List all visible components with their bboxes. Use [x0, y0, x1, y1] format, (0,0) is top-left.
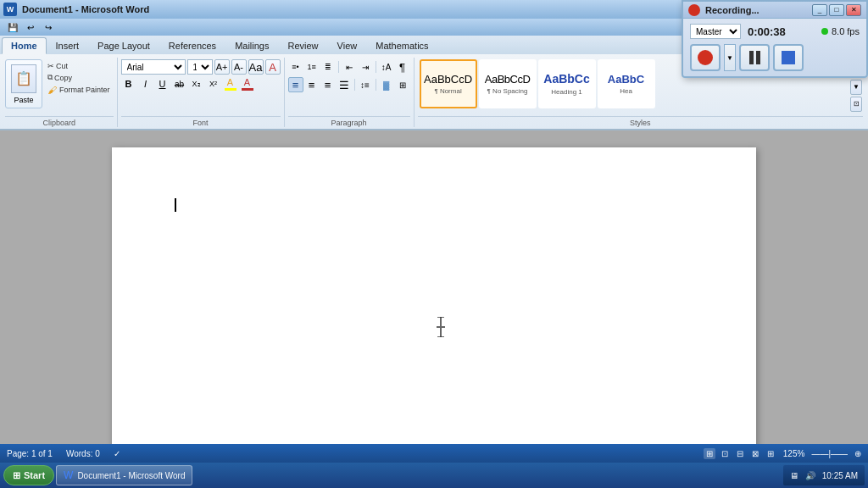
style-no-spacing[interactable]: AaBbCcD ¶ No Spacing — [479, 59, 537, 108]
font-grow-button[interactable]: A+ — [214, 59, 230, 75]
paste-button[interactable]: 📋 Paste — [5, 59, 42, 108]
tab-mathematics[interactable]: Mathematics — [366, 37, 437, 54]
recording-widget: Recording... _ □ ✕ Master 0:00:38 — [682, 0, 868, 78]
recording-minimize[interactable]: _ — [812, 4, 827, 16]
sort-button[interactable]: ↕A — [379, 59, 394, 75]
divider4 — [376, 79, 376, 91]
status-bar-left: Page: 1 of 1 Words: 0 ✓ — [7, 449, 120, 458]
font-content: Arial 11 A+ A- Aa A B I U ab — [121, 58, 281, 116]
clear-formatting-button[interactable]: A — [265, 59, 281, 75]
divider2 — [376, 61, 376, 73]
font-group: Arial 11 A+ A- Aa A B I U ab — [118, 58, 285, 127]
network-icon: 🖥 — [790, 471, 798, 480]
styles-more-button[interactable]: ⊡ — [850, 97, 862, 112]
style-h1-label: Heading 1 — [551, 88, 581, 96]
tab-page-layout[interactable]: Page Layout — [88, 37, 159, 54]
decrease-indent-button[interactable]: ⇤ — [342, 59, 357, 75]
zoom-slider[interactable]: ——|—— — [811, 449, 848, 458]
borders-button[interactable]: ⊞ — [395, 77, 410, 92]
paragraph-group: ≡• 1≡ ≣ ⇤ ⇥ ↕A ¶ ≡ ≡ ≡ ☰ — [285, 58, 415, 127]
style-normal[interactable]: AaBbCcD ¶ Normal — [420, 59, 477, 108]
font-label: Font — [121, 116, 281, 127]
tab-home[interactable]: Home — [2, 37, 47, 54]
multilevel-button[interactable]: ≣ — [320, 59, 336, 75]
zoom-icon[interactable]: ⊕ — [854, 449, 861, 458]
document-area[interactable] — [0, 130, 868, 444]
word-taskbar-button[interactable]: W Document1 - Microsoft Word — [56, 465, 192, 485]
tab-review[interactable]: Review — [278, 37, 327, 54]
line-spacing-button[interactable]: ↕≡ — [358, 77, 373, 92]
shading-button[interactable]: ▓ — [379, 77, 394, 92]
tab-references[interactable]: References — [159, 37, 225, 54]
italic-button[interactable]: I — [138, 76, 153, 92]
recording-stop-button[interactable] — [773, 44, 804, 71]
recording-icon — [688, 4, 700, 16]
recording-maximize[interactable]: □ — [829, 4, 844, 16]
paragraph-row2: ≡ ≡ ≡ ☰ ↕≡ ▓ ⊞ — [288, 77, 410, 92]
status-bar: Page: 1 of 1 Words: 0 ✓ ⊞ ⊡ ⊟ ⊠ ⊞ 125% —… — [0, 444, 868, 463]
styles-scroll-down[interactable]: ▼ — [850, 80, 862, 95]
copy-button[interactable]: ⧉ Copy — [44, 72, 114, 83]
pause-bar-left — [749, 51, 754, 64]
align-right-button[interactable]: ≡ — [320, 77, 336, 92]
recording-record-button[interactable] — [690, 44, 721, 71]
recording-quality-select[interactable]: Master — [690, 24, 741, 39]
stop-square-icon — [782, 51, 795, 64]
font-color-indicator — [242, 88, 253, 91]
highlight-button[interactable]: A — [223, 76, 238, 92]
cut-button[interactable]: ✂ Cut — [44, 61, 114, 71]
clipboard-content: 📋 Paste ✂ Cut ⧉ Copy 🖌 — [5, 58, 114, 116]
font-size-select[interactable]: 11 — [187, 59, 213, 75]
undo-quick-btn[interactable]: ↩ — [23, 20, 38, 34]
clipboard-small-buttons: ✂ Cut ⧉ Copy 🖌 Format Painter — [44, 59, 114, 108]
subscript-button[interactable]: X₂ — [189, 76, 204, 92]
recording-title-text: Recording... — [705, 5, 760, 15]
style-heading2[interactable]: AaBbC Hea — [598, 59, 655, 108]
text-cursor — [175, 198, 176, 212]
recording-quality-row: Master 0:00:38 — [690, 24, 786, 39]
pause-bar-right — [756, 51, 760, 64]
show-marks-button[interactable]: ¶ — [395, 59, 410, 75]
document-page[interactable] — [112, 147, 756, 444]
record-circle-icon — [698, 50, 713, 65]
format-painter-button[interactable]: 🖌 Format Painter — [44, 84, 114, 96]
clock: 10:25 AM — [822, 471, 858, 480]
redo-quick-btn[interactable]: ↪ — [41, 20, 56, 34]
paragraph-label: Paragraph — [288, 116, 410, 127]
tab-mailings[interactable]: Mailings — [225, 37, 278, 54]
status-bar-right: ⊞ ⊡ ⊟ ⊠ ⊞ 125% ——|—— ⊕ — [704, 448, 861, 459]
start-button[interactable]: ⊞ Start — [3, 465, 54, 485]
tab-insert[interactable]: Insert — [47, 37, 89, 54]
font-shrink-button[interactable]: A- — [231, 59, 247, 75]
superscript-button[interactable]: X² — [206, 76, 221, 92]
pause-icon — [749, 51, 760, 64]
strikethrough-button[interactable]: ab — [172, 76, 187, 92]
paint-brush-icon: 🖌 — [47, 85, 57, 95]
tab-view[interactable]: View — [328, 37, 367, 54]
recording-window-buttons: _ □ ✕ — [812, 4, 861, 16]
underline-button[interactable]: U — [155, 76, 170, 92]
font-name-select[interactable]: Arial — [121, 59, 186, 75]
recording-pause-button[interactable] — [739, 44, 770, 71]
align-left-button[interactable]: ≡ — [288, 77, 303, 92]
bold-button[interactable]: B — [121, 76, 136, 92]
page-status: Page: 1 of 1 — [7, 449, 53, 458]
divider1 — [338, 61, 339, 73]
check-icon: ✓ — [114, 449, 120, 458]
increase-indent-button[interactable]: ⇥ — [358, 59, 373, 75]
bullets-button[interactable]: ≡• — [288, 59, 303, 75]
style-h2-preview: AaBbC — [608, 73, 644, 86]
page-content — [173, 198, 695, 214]
styles-label: Styles — [418, 116, 863, 127]
change-case-button[interactable]: Aa — [248, 59, 264, 75]
style-heading1[interactable]: AaBbCc Heading 1 — [538, 59, 596, 108]
style-normal-label: ¶ Normal — [434, 87, 461, 95]
align-center-button[interactable]: ≡ — [304, 77, 320, 92]
numbering-button[interactable]: 1≡ — [304, 59, 320, 75]
title-text: Document1 - Microsoft Word — [22, 4, 149, 14]
recording-close[interactable]: ✕ — [846, 4, 861, 16]
font-color-button[interactable]: A — [240, 76, 255, 92]
justify-button[interactable]: ☰ — [337, 77, 352, 92]
recording-dropdown[interactable]: ▼ — [724, 44, 736, 71]
save-quick-btn[interactable]: 💾 — [5, 20, 20, 34]
